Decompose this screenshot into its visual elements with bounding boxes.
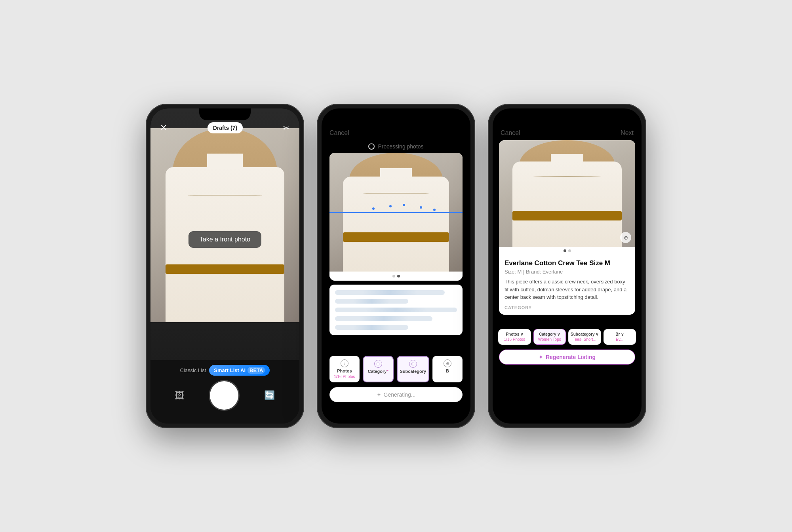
generating-icon: ✦ — [377, 391, 381, 398]
phone-2: 9:41 ▌▌▌ WiFi ▊ Cancel Listing Preview — [317, 104, 475, 428]
photos-tab-2[interactable]: ↓ Photos 1/16 Photos — [329, 356, 360, 382]
photos-tab-3[interactable]: Photos ∨ 1/16 Photos — [498, 329, 531, 345]
photos-icon-2: ↓ — [341, 359, 348, 367]
next-button-3[interactable]: Next — [621, 129, 634, 137]
notch-3 — [541, 108, 593, 120]
camera-flip-icon[interactable]: 🔄 — [264, 390, 275, 401]
edit-listing-title-2: Edit Your Listing — [329, 343, 463, 351]
phone-3: 9:41 ▌▌▌ WiFi ▊ Cancel Listing Preview N… — [488, 104, 646, 428]
listing-description-3: This piece offers a classic crew neck, o… — [505, 278, 630, 301]
regenerate-text: Regenerate Listing — [546, 354, 596, 360]
brand-tab-3[interactable]: Br ∨ Ev... — [604, 329, 636, 345]
listing-image-2 — [329, 153, 463, 272]
listing-mode-toggle: Classic List Smart List AI BETA — [180, 365, 270, 376]
listing-photo-card-2 — [329, 153, 463, 281]
home-indicator-2 — [372, 419, 420, 420]
dot-1 — [392, 275, 395, 277]
phone-1: ✕ Drafts (7) ✂ Take a front photo Classi… — [146, 104, 304, 428]
photos-sublabel-2: 1/16 Photos — [334, 374, 355, 379]
navbar-3: Cancel Listing Preview Next — [493, 126, 642, 140]
status-icons-3: ▌▌▌ WiFi ▊ — [603, 116, 632, 123]
camera-topbar: ✕ Drafts (7) ✂ — [150, 122, 299, 133]
wifi-icon-3: WiFi — [615, 116, 626, 123]
scan-dot — [403, 204, 405, 206]
category-icon-2: ⊕ — [374, 360, 382, 368]
skeleton-section — [329, 285, 463, 335]
edit-listing-title-3: Edit Your Listing — [493, 315, 642, 329]
edit-tabs-2: ↓ Photos 1/16 Photos ⊕ Category* ⊕ Subca… — [329, 356, 463, 382]
nav-title-3: Listing Preview — [546, 129, 595, 137]
scissors-icon[interactable]: ✂ — [283, 123, 290, 133]
status-time-2: 9:41 — [331, 116, 343, 123]
skeleton-line-4 — [335, 316, 432, 321]
edit-listing-section-2: Edit Your Listing ↓ Photos 1/16 Photos ⊕… — [322, 339, 470, 382]
camera-controls: 🖼 🔄 — [150, 381, 299, 410]
scan-line — [329, 212, 463, 213]
gallery-icon[interactable]: 🖼 — [175, 390, 185, 401]
camera-close-button[interactable]: ✕ — [160, 123, 167, 133]
camera-bottombar: Classic List Smart List AI BETA 🖼 🔄 — [150, 360, 299, 424]
signal-icon-2: ▌▌▌ — [432, 117, 442, 122]
photo-indicators-2 — [329, 272, 463, 281]
generating-button: ✦ Generating... — [329, 387, 463, 402]
notch-1 — [199, 108, 251, 120]
shutter-button[interactable] — [210, 381, 238, 410]
regenerate-icon: ✦ — [539, 354, 543, 360]
subcategory-tab-2[interactable]: ⊕ Subcategory — [397, 356, 430, 382]
beta-badge: BETA — [248, 367, 265, 374]
navbar-2: Cancel Listing Preview — [322, 126, 470, 140]
dot-2 — [397, 275, 400, 277]
wifi-icon-2: WiFi — [444, 116, 455, 123]
category-tab-2[interactable]: ⊕ Category* — [363, 356, 394, 382]
take-photo-overlay: Take a front photo — [188, 231, 261, 248]
signal-icon-3: ▌▌▌ — [603, 117, 613, 122]
skeleton-line-3 — [335, 308, 457, 312]
category-tab-3[interactable]: Category ∨ Women Tops — [533, 329, 566, 345]
smart-list-button[interactable]: Smart List AI BETA — [209, 365, 270, 376]
skeleton-line-1 — [335, 290, 445, 295]
listing-title-3: Everlane Cotton Crew Tee Size M — [505, 259, 630, 267]
battery-icon-2: ▊ — [457, 117, 461, 123]
processing-banner: Processing photos — [322, 140, 470, 153]
listing-category-label-3: CATEGORY — [505, 305, 630, 310]
listing-dots-3 — [499, 247, 635, 255]
brand-icon-2: ⊕ — [444, 359, 451, 367]
subcategory-icon-2: ⊕ — [409, 360, 417, 368]
listing-card-3: ⊕ Everlane Cotton Crew Tee Size M Size: … — [499, 140, 635, 315]
brand-tab-2[interactable]: ⊕ B — [432, 356, 463, 382]
category-label-2: Category* — [368, 369, 388, 374]
listing-meta-3: Size: M | Brand: Everlane — [505, 269, 630, 275]
dot-inactive-3 — [568, 249, 571, 252]
home-indicator-3 — [543, 419, 591, 420]
camera-viewfinder — [150, 128, 299, 322]
subcategory-tab-3[interactable]: Subcategory ∨ Tees- Short... — [568, 329, 601, 345]
nav-title-2: Listing Preview — [381, 129, 431, 137]
status-icons-2: ▌▌▌ WiFi ▊ — [432, 116, 461, 123]
photos-label-2: Photos — [337, 369, 352, 373]
subcategory-label-2: Subcategory — [400, 369, 426, 374]
skeleton-line-2 — [335, 299, 408, 304]
listing-main-image-3: ⊕ — [499, 140, 635, 247]
edit-tabs-3: Photos ∨ 1/16 Photos Category ∨ Women To… — [493, 329, 642, 345]
cancel-button-2[interactable]: Cancel — [329, 129, 349, 137]
notch-2 — [370, 108, 422, 120]
generating-text: Generating... — [384, 391, 416, 398]
drafts-badge[interactable]: Drafts (7) — [208, 122, 243, 133]
brand-label-2: B — [446, 369, 449, 373]
battery-icon-3: ▊ — [628, 117, 632, 123]
processing-spinner — [368, 143, 375, 150]
phones-container: ✕ Drafts (7) ✂ Take a front photo Classi… — [130, 88, 662, 444]
regenerate-button[interactable]: ✦ Regenerate Listing — [499, 350, 635, 365]
cancel-button-3[interactable]: Cancel — [501, 129, 520, 137]
skeleton-line-5 — [335, 325, 408, 330]
status-time-3: 9:41 — [502, 116, 514, 123]
scan-dot — [372, 207, 375, 210]
dot-active-3 — [564, 249, 566, 252]
listing-content-3: Everlane Cotton Crew Tee Size M Size: M … — [499, 255, 635, 315]
classic-list-label[interactable]: Classic List — [180, 367, 206, 373]
processing-text: Processing photos — [378, 143, 423, 150]
edit-photo-icon-3[interactable]: ⊕ — [620, 232, 631, 243]
